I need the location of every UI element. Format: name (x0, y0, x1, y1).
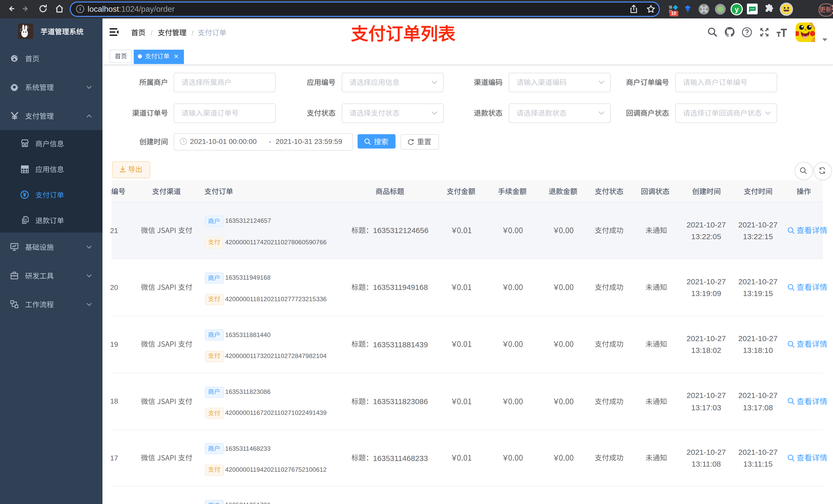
svg-text:y: y (735, 5, 739, 13)
